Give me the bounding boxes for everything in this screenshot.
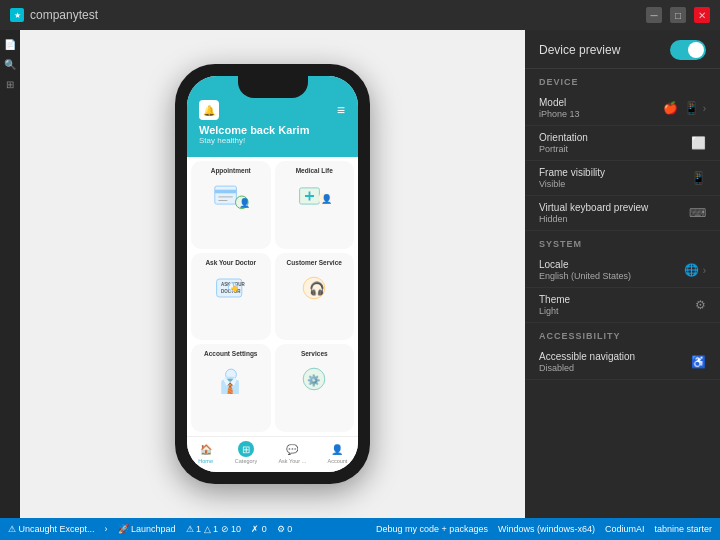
chevron-right-icon: › [703, 103, 706, 114]
phone-frame: 🔔 ≡ Welcome back Karim Stay healthy! App… [175, 64, 370, 484]
close-button[interactable]: ✕ [694, 7, 710, 23]
grid-item-account[interactable]: Account Settings 👔 [191, 344, 271, 432]
grid-item-title: Medical Life [296, 167, 333, 174]
service-icon: 🎧 [296, 270, 332, 306]
setting-value: Hidden [539, 214, 648, 224]
setting-theme[interactable]: Theme Light ⚙ [525, 288, 720, 323]
setting-frame-visibility-right: 📱 [691, 171, 706, 185]
device-preview-toggle[interactable] [670, 40, 706, 60]
phone-grid: Appointment 👤 [187, 157, 358, 436]
status-debug[interactable]: Debug my code + packages [376, 524, 488, 534]
welcome-text: Welcome back Karim [199, 124, 346, 136]
nav-ask[interactable]: 💬 Ask Your ... [278, 441, 306, 464]
setting-value: Light [539, 306, 570, 316]
svg-text:🎧: 🎧 [309, 280, 325, 296]
doctor-icon: ASK YOUR DOCTOR 👆 [213, 270, 249, 306]
setting-name: Virtual keyboard preview [539, 202, 648, 213]
grid-item-title: Ask Your Doctor [205, 259, 256, 266]
nav-category-label: Category [235, 458, 257, 464]
grid-item-title: Services [301, 350, 328, 357]
sidebar-icon-files[interactable]: 📄 [2, 36, 18, 52]
android-icon: 📱 [684, 101, 699, 115]
grid-item-title: Customer Service [287, 259, 342, 266]
setting-name: Model [539, 97, 580, 108]
section-label-accessibility: ACCESSIBILITY [525, 323, 720, 345]
svg-text:👤: 👤 [321, 193, 332, 205]
home-icon: 🏠 [198, 441, 214, 457]
status-errors: ✗ 0 [251, 524, 267, 534]
setting-keyboard-left: Virtual keyboard preview Hidden [539, 202, 648, 224]
chevron-right-icon: › [703, 265, 706, 276]
ask-icon: 💬 [284, 441, 300, 457]
setting-theme-left: Theme Light [539, 294, 570, 316]
setting-orientation-right: ⬜ [691, 136, 706, 150]
nav-category[interactable]: ⊞ Category [235, 441, 257, 464]
bell-icon[interactable]: 🔔 [199, 100, 219, 120]
setting-value: Visible [539, 179, 605, 189]
setting-orientation[interactable]: Orientation Portrait ⬜ [525, 126, 720, 161]
left-sidebar: 📄 🔍 ⊞ [0, 30, 20, 518]
sidebar-icon-search[interactable]: 🔍 [2, 56, 18, 72]
grid-item-services[interactable]: Services ⚙️ [275, 344, 355, 432]
setting-orientation-left: Orientation Portrait [539, 132, 588, 154]
gear-icon: ⚙ [695, 298, 706, 312]
status-tabnine: tabnine starter [654, 524, 712, 534]
setting-frame-visibility[interactable]: Frame visibility Visible 📱 [525, 161, 720, 196]
setting-keyboard-right: ⌨ [689, 206, 706, 220]
account-nav-icon: 👤 [329, 441, 345, 457]
app-icon: ★ [10, 8, 24, 22]
setting-name: Locale [539, 259, 631, 270]
title-bar: ★ companytest ─ □ ✕ [0, 0, 720, 30]
setting-theme-right: ⚙ [695, 298, 706, 312]
phone-header-top: 🔔 ≡ [199, 100, 346, 120]
title-bar-left: ★ companytest [10, 8, 98, 22]
status-codium: CodiumAI [605, 524, 645, 534]
section-label-device: DEVICE [525, 69, 720, 91]
phone-panel: 🔔 ≡ Welcome back Karim Stay healthy! App… [20, 30, 525, 518]
grid-item-appointment[interactable]: Appointment 👤 [191, 161, 271, 249]
panel-header: Device preview [525, 30, 720, 69]
svg-text:👆: 👆 [230, 282, 239, 291]
frame-visibility-icon: 📱 [691, 171, 706, 185]
main-area: 📄 🔍 ⊞ 🔔 ≡ Welcome back Karim Stay health… [0, 30, 720, 518]
subtitle-text: Stay healthy! [199, 136, 346, 145]
setting-value: English (United States) [539, 271, 631, 281]
orientation-icon: ⬜ [691, 136, 706, 150]
status-arrow[interactable]: › [105, 524, 108, 534]
sidebar-icon-extensions[interactable]: ⊞ [2, 76, 18, 92]
nav-home-label: Home [198, 458, 213, 464]
grid-item-service[interactable]: Customer Service 🎧 [275, 253, 355, 341]
setting-locale-left: Locale English (United States) [539, 259, 631, 281]
minimize-button[interactable]: ─ [646, 7, 662, 23]
setting-accessible-nav[interactable]: Accessible navigation Disabled ♿ [525, 345, 720, 380]
setting-name: Theme [539, 294, 570, 305]
setting-model[interactable]: Model iPhone 13 🍎 📱 › [525, 91, 720, 126]
status-exception[interactable]: ⚠ Uncaught Except... [8, 524, 95, 534]
nav-account[interactable]: 👤 Account [327, 441, 347, 464]
maximize-button[interactable]: □ [670, 7, 686, 23]
setting-locale[interactable]: Locale English (United States) 🌐 › [525, 253, 720, 288]
status-platform: Windows (windows-x64) [498, 524, 595, 534]
grid-item-title: Appointment [211, 167, 251, 174]
grid-item-doctor[interactable]: Ask Your Doctor ASK YOUR DOCTOR 👆 [191, 253, 271, 341]
nav-ask-label: Ask Your ... [278, 458, 306, 464]
globe-icon: 🌐 [684, 263, 699, 277]
appointment-icon: 👤 [213, 178, 249, 214]
setting-name: Frame visibility [539, 167, 605, 178]
nav-home[interactable]: 🏠 Home [198, 441, 214, 464]
medical-icon: 👤 [296, 178, 332, 214]
setting-name: Accessible navigation [539, 351, 635, 362]
setting-accessible-nav-right: ♿ [691, 355, 706, 369]
phone-screen: 🔔 ≡ Welcome back Karim Stay healthy! App… [187, 76, 358, 472]
category-icon: ⊞ [238, 441, 254, 457]
setting-keyboard[interactable]: Virtual keyboard preview Hidden ⌨ [525, 196, 720, 231]
setting-value: Disabled [539, 363, 635, 373]
accessible-nav-icon: ♿ [691, 355, 706, 369]
setting-value: iPhone 13 [539, 109, 580, 119]
nav-account-label: Account [327, 458, 347, 464]
status-launchpad[interactable]: 🚀 Launchpad [118, 524, 176, 534]
svg-rect-1 [215, 190, 237, 194]
grid-item-medical[interactable]: Medical Life 👤 [275, 161, 355, 249]
setting-locale-right: 🌐 › [684, 263, 706, 277]
menu-icon[interactable]: ≡ [337, 102, 346, 118]
